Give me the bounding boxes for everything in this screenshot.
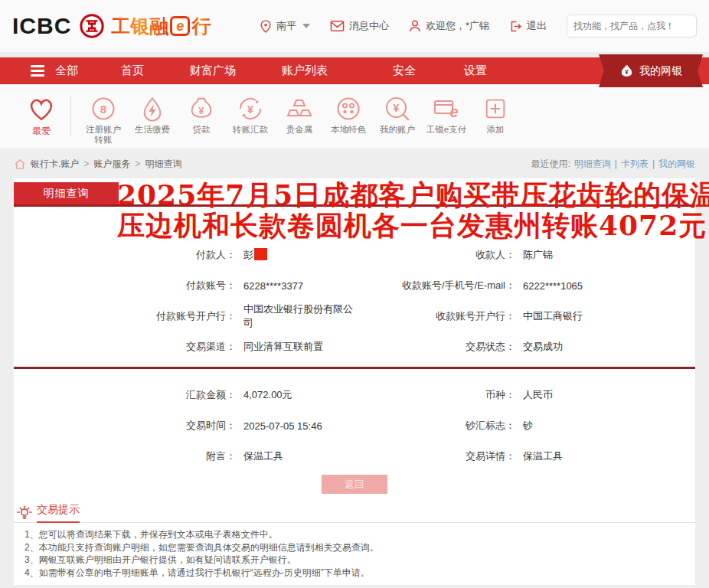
transaction-tips: 交易提示 1、您可以将查询结果下载，并保存到文本或电子表格文件中。 2、本功能只… [14,503,695,585]
recent-used: 最近使用: 明细查询 | 卡列表 | 我的网银 [531,158,695,171]
user-icon [409,19,421,33]
local-features-icon [335,95,362,122]
table-row: 付款账号开户行： 中国农业银行股份有限公司 收款账号开户行： 中国工商银行 [14,301,695,332]
my-ebank-ribbon[interactable]: ¥ 我的网银 [599,54,703,87]
main-navbar: 全部 首页 财富广场 账户列表 安全 设置 ¥ 我的网银 [0,57,709,84]
payer-value: 彭 [243,248,267,262]
nav-item-home[interactable]: 首页 [121,64,144,78]
icbc-epay-icon: e [432,95,461,122]
quick-item-loan[interactable]: ¥ 贷款 [177,93,226,135]
status-label: 交易状态： [354,340,515,354]
payer-account-label: 付款账号： [14,279,236,292]
svg-text:¥: ¥ [199,106,204,116]
svg-text:¥: ¥ [625,68,629,76]
table-row: 付款人： 彭 收款人： 陈广锦 [14,240,695,270]
logout-icon [509,20,522,33]
memo-value: 保温工具 [243,449,283,463]
divider [70,96,71,136]
status-value: 交易成功 [523,340,563,354]
payee-bank-value: 中国工商银行 [523,309,583,323]
brand-name: 工银融 e 行 [111,14,211,39]
tips-item: 2、本功能只支持查询账户明细，如您需要查询具体交易的明细信息请到相关交易查询。 [25,541,688,554]
nav-item-settings[interactable]: 设置 [464,64,487,78]
annotation-overlay-text: 2025年7月5日成都客户购买带压花齿轮的保温 压边机和长款卷圆机各一台发惠州转… [117,179,694,240]
tips-item: 3、网银互联账户明细由开户银行提供，如有疑问请联系开户银行。 [25,554,688,567]
brand-e-icon: e [170,16,190,36]
payee-account-label: 收款账号/手机号/E-mail： [354,279,515,292]
table-row: 附言： 保温工具 交易详情： 保温工具 [14,441,695,472]
money-bag-icon: ¥ [619,64,634,78]
amount-label: 汇款金额： [14,388,236,402]
quick-item-life-payment[interactable]: 生活缴费 [128,93,177,135]
quick-item-favorites[interactable]: 最爱 [14,93,69,138]
logout-label: 退出 [527,19,547,33]
location-selector[interactable]: 南平 [260,19,310,33]
quick-item-transfer-remit[interactable]: ¥ 转账汇款 [226,93,275,135]
breadcrumb-item-account-service[interactable]: 账户服务 [93,158,130,171]
nav-item-accounts[interactable]: 账户列表 [282,64,328,78]
currency-value: 人民币 [523,388,553,402]
table-row: 交易时间： 2025-07-05 15:46 钞汇标志： 钞 [14,410,695,441]
payer-bank-label: 付款账号开户行： [14,309,236,323]
time-value: 2025-07-05 15:46 [243,420,322,432]
tips-title: 交易提示 [37,503,80,523]
search-input[interactable] [573,21,692,31]
nav-item-security[interactable]: 安全 [393,64,416,78]
payer-account-value: 6228****3377 [243,280,303,292]
payee-value: 陈广锦 [523,248,553,262]
menu-icon[interactable] [31,65,44,77]
amount-value: 4,072.00元 [243,388,292,402]
quick-item-register-transfer[interactable]: 8 注册账户 转账 [79,93,128,145]
nav-item-wealth[interactable]: 财富广场 [190,64,236,78]
tips-item: 1、您可以将查询结果下载，并保存到文本或电子表格文件中。 [25,528,688,541]
time-label: 交易时间： [14,419,236,433]
logout-button[interactable]: 退出 [509,19,547,33]
cash-flag-label: 钞汇标志： [354,419,515,433]
chevron-down-icon [302,24,310,28]
quick-item-add[interactable]: 添加 [471,93,520,135]
search-box[interactable] [567,15,697,38]
transfer-remit-icon: ¥ [237,95,264,122]
table-row: 交易渠道： 同业清算互联前置 交易状态： 交易成功 [14,332,695,362]
recent-link-my-ebank[interactable]: 我的网银 [658,158,695,171]
message-center-link[interactable]: 消息中心 [330,19,389,33]
detail-query-panel: 明细查询 2025年7月5日成都客户购买带压花齿轮的保温 压边机和长款卷圆机各一… [14,178,695,585]
back-button[interactable]: 返回 [322,475,387,494]
loan-icon: ¥ [188,95,214,122]
detail-label: 交易详情： [354,449,515,463]
payee-account-value: 6222****1065 [523,280,583,292]
recent-link-detail-query[interactable]: 明细查询 [574,158,611,171]
add-icon [482,95,508,122]
svg-text:e: e [449,103,458,120]
icbc-logo-text: ICBC [12,13,71,39]
memo-label: 附言： [14,449,236,463]
currency-label: 币种： [354,388,515,402]
breadcrumb-item-detail-query[interactable]: 明细查询 [145,158,181,171]
welcome-user[interactable]: 欢迎您，*广锦 [409,19,489,33]
quick-item-icbc-epay[interactable]: e 工银e支付 [422,93,471,135]
envelope-icon [330,20,345,32]
nav-item-all[interactable]: 全部 [55,64,78,78]
recent-link-card-list[interactable]: 卡列表 [621,158,649,171]
top-header: ICBC 工银融 e 行 南平 消息中心 [0,0,709,52]
redaction-block [254,248,267,260]
location-pin-icon [260,19,272,33]
my-account-icon: ¥ [384,95,411,122]
table-row: 付款账号： 6228****3377 收款账号/手机号/E-mail： 6222… [14,270,695,301]
breadcrumb: 银行卡.账户 > 账户服务 > 明细查询 最近使用: 明细查询 | 卡列表 | … [0,149,709,178]
location-label: 南平 [276,19,296,33]
panel-tab-title: 明细查询 [14,182,119,204]
quick-item-local-features[interactable]: 本地特色 [324,93,373,135]
precious-metal-icon [286,95,313,122]
recent-used-label: 最近使用: [531,158,570,171]
welcome-label: 欢迎您，*广锦 [426,19,489,33]
payer-label: 付款人： [14,248,236,262]
icbc-emblem-icon [79,13,105,39]
life-payment-icon [139,95,165,122]
message-center-label: 消息中心 [349,19,389,33]
quick-item-precious-metal[interactable]: 贵金属 [275,93,324,135]
quick-item-my-account[interactable]: ¥ 我的账户 [373,93,422,135]
svg-text:8: 8 [100,103,106,116]
breadcrumb-item-cards[interactable]: 银行卡.账户 [31,158,79,171]
lightbulb-icon [17,505,32,521]
